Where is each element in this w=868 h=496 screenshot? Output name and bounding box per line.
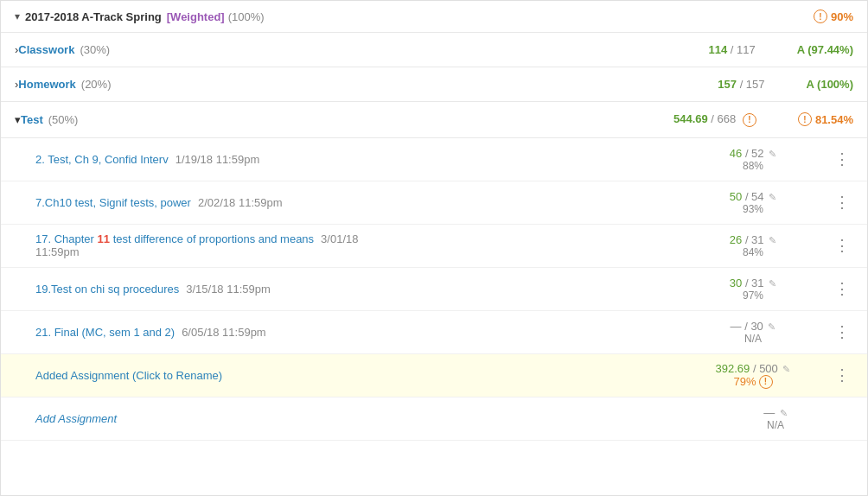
assignment-more-btn-added[interactable]: ⋮: [831, 367, 853, 383]
main-toggle-icon[interactable]: ▾: [15, 10, 20, 22]
homework-name: Homework: [18, 78, 75, 91]
assignment-date-3a: 3/01/18: [321, 232, 358, 245]
category-row-homework[interactable]: › Homework (20%) 157 / 157 A (100%): [1, 67, 867, 102]
assignment-name-1[interactable]: 2. Test, Ch 9, Confid Interv: [35, 153, 169, 166]
homework-weight: (20%): [81, 78, 112, 91]
assignment-info-4: 19.Test on chi sq procedures 3/15/18 11:…: [35, 283, 675, 296]
assign-score-4: 30: [730, 277, 742, 289]
assign-edit-icon-1[interactable]: ✎: [769, 149, 776, 159]
assignment-row-1: 2. Test, Ch 9, Confid Interv 1/19/18 11:…: [1, 138, 867, 181]
assign-edit-icon-2[interactable]: ✎: [769, 192, 776, 202]
assignment-date-3b: 11:59pm: [35, 245, 80, 258]
add-score-dash: —: [763, 406, 775, 419]
assign-edit-icon-3[interactable]: ✎: [769, 235, 776, 245]
test-name: Test: [21, 113, 43, 126]
main-section-pct: (100%): [228, 10, 265, 23]
assignment-date-4: 3/15/18 11:59pm: [186, 283, 271, 296]
test-toggle-icon[interactable]: ▾: [15, 113, 21, 126]
assign-score-1: 46: [730, 147, 742, 160]
assignment-name-4[interactable]: 19.Test on chi sq procedures: [35, 283, 179, 296]
test-score-warning-icon: !: [743, 113, 756, 127]
assign-pct-1: 88%: [743, 160, 763, 172]
assign-warning-icon-added: !: [759, 375, 773, 389]
assign-pct-5: N/A: [744, 333, 762, 345]
homework-grade: A (100%): [807, 78, 853, 91]
assign-score-5-empty: —: [731, 320, 742, 333]
assignment-score-col-3: 26 / 31 ✎ 84%: [675, 233, 831, 258]
main-section-header: ▾ 2017-2018 A-Track Spring [Weighted] (1…: [1, 1, 867, 33]
assignment-date-1: 1/19/18 11:59pm: [176, 153, 260, 166]
assignment-name-5[interactable]: 21. Final (MC, sem 1 and 2): [35, 326, 175, 339]
assignment-row-3: 17. Chapter 11 test difference of propor…: [1, 225, 867, 268]
assign-pct-3: 84%: [743, 246, 763, 258]
homework-score: 157 / 157 A (100%): [718, 78, 853, 91]
test-score: 544.69 / 668 ! ! 81.54%: [673, 112, 853, 127]
assignment-info-2: 7.Ch10 test, Signif tests, power 2/02/18…: [35, 196, 675, 209]
assign-score-added: 392.69: [716, 362, 750, 375]
main-section-score: ! 90%: [793, 10, 853, 23]
test-weight: (50%): [48, 113, 79, 126]
chapter-number: 11: [98, 232, 110, 245]
main-section-title: 2017-2018 A-Track Spring: [25, 10, 162, 23]
assignment-score-col-5: — / 30 ✎ N/A: [675, 320, 831, 345]
test-score-value: 544.69 / 668 !: [673, 112, 756, 127]
category-row-classwork[interactable]: › Classwork (30%) 114 / 117 A (97.44%): [1, 33, 867, 67]
assignment-more-btn-5[interactable]: ⋮: [831, 324, 853, 340]
add-assignment-link[interactable]: Add Assignment: [35, 412, 117, 425]
assignment-row-4: 19.Test on chi sq procedures 3/15/18 11:…: [1, 268, 867, 311]
assignment-row-2: 7.Ch10 test, Signif tests, power 2/02/18…: [1, 181, 867, 225]
assignment-name-added[interactable]: Added Assignment (Click to Rename): [35, 369, 222, 382]
classwork-grade: A (97.44%): [797, 43, 853, 56]
assignment-score-col-2: 50 / 54 ✎ 93%: [675, 190, 831, 215]
add-edit-icon[interactable]: ✎: [780, 408, 788, 418]
assign-edit-icon-4[interactable]: ✎: [769, 278, 776, 289]
homework-score-value: 157 / 157: [718, 78, 764, 91]
assignment-info-added: Added Assignment (Click to Rename): [35, 369, 675, 382]
assignment-name-3[interactable]: 17. Chapter 11 test difference of propor…: [35, 232, 314, 245]
assign-score-2: 50: [730, 190, 742, 203]
assignment-score-col-added: 392.69 / 500 ✎ 79% !: [675, 362, 831, 389]
classwork-score-value: 114 / 117: [708, 43, 755, 56]
assignment-row-added: Added Assignment (Click to Rename) 392.6…: [1, 354, 867, 397]
classwork-score: 114 / 117 A (97.44%): [708, 43, 853, 56]
assign-pct-2: 93%: [743, 203, 763, 215]
assignment-name-2[interactable]: 7.Ch10 test, Signif tests, power: [35, 196, 191, 209]
assignment-info-1: 2. Test, Ch 9, Confid Interv 1/19/18 11:…: [35, 153, 675, 166]
test-grade: ! 81.54%: [798, 112, 853, 126]
classwork-name: Classwork: [18, 43, 74, 56]
assign-edit-icon-added[interactable]: ✎: [782, 364, 790, 374]
category-row-test[interactable]: ▾ Test (50%) 544.69 / 668 ! ! 81.54%: [1, 102, 867, 138]
add-assignment-score-col: — ✎ N/A: [698, 406, 853, 431]
add-assignment-row: Add Assignment — ✎ N/A: [1, 397, 867, 441]
assignment-info-3: 17. Chapter 11 test difference of propor…: [35, 232, 675, 258]
assignment-more-btn-4[interactable]: ⋮: [831, 281, 853, 296]
main-overall-grade: ! 90%: [814, 10, 853, 23]
main-section-tag: [Weighted]: [167, 10, 225, 23]
assignment-score-col-4: 30 / 31 ✎ 97%: [675, 277, 831, 302]
assign-edit-icon-5[interactable]: ✎: [768, 321, 775, 332]
classwork-weight: (30%): [80, 43, 110, 56]
assign-pct-added: 79%: [733, 375, 756, 388]
test-grade-warning-icon: !: [798, 112, 812, 126]
assignment-more-btn-2[interactable]: ⋮: [831, 194, 853, 210]
assignment-date-2: 2/02/18 11:59pm: [198, 196, 283, 209]
gradebook-container: ▾ 2017-2018 A-Track Spring [Weighted] (1…: [0, 0, 868, 496]
assignment-score-col-1: 46 / 52 ✎ 88%: [675, 147, 831, 172]
assign-score-3: 26: [730, 233, 742, 246]
assignment-date-5: 6/05/18 11:59pm: [182, 326, 266, 339]
assignment-info-5: 21. Final (MC, sem 1 and 2) 6/05/18 11:5…: [35, 326, 675, 339]
assignment-more-btn-1[interactable]: ⋮: [831, 151, 853, 167]
assignment-more-btn-3[interactable]: ⋮: [831, 238, 853, 253]
assign-pct-4: 97%: [743, 289, 763, 302]
add-na-text: N/A: [767, 419, 784, 431]
main-warning-icon: !: [814, 10, 827, 23]
assignment-row-5: 21. Final (MC, sem 1 and 2) 6/05/18 11:5…: [1, 311, 867, 354]
